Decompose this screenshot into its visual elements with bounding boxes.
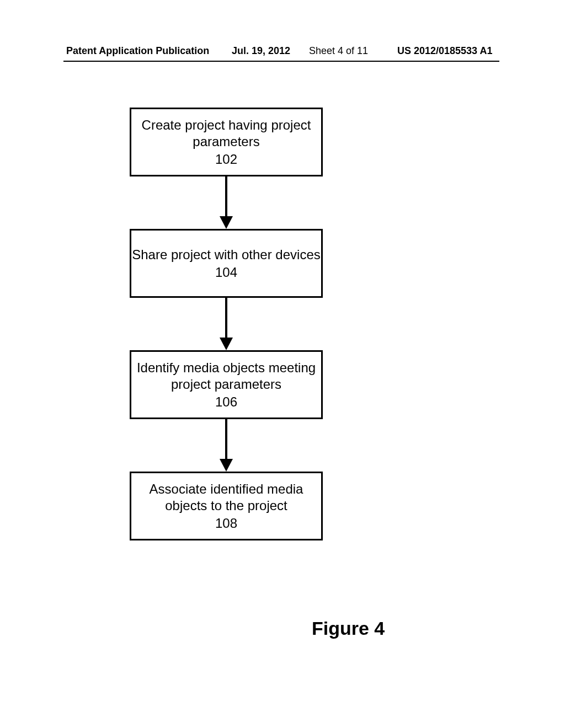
flow-step-ref: 104 — [215, 264, 237, 281]
arrow-down-icon — [218, 298, 234, 350]
flow-step-ref: 108 — [215, 515, 237, 532]
flow-step-102: Create project having project parameters… — [130, 108, 323, 176]
flow-arrow — [130, 419, 323, 472]
header-publication-type: Patent Application Publication — [66, 45, 209, 57]
svg-marker-5 — [220, 459, 233, 472]
flow-step-text: Identify media objects meeting project p… — [131, 360, 321, 393]
flow-step-106: Identify media objects meeting project p… — [130, 350, 323, 419]
arrow-down-icon — [218, 176, 234, 229]
header-sheet: Sheet 4 of 11 — [309, 45, 368, 57]
header-rule — [63, 61, 499, 62]
flow-arrow — [130, 176, 323, 229]
flow-step-text: Associate identified media objects to th… — [131, 481, 321, 514]
flow-step-108: Associate identified media objects to th… — [130, 472, 323, 540]
flow-step-ref: 102 — [215, 151, 237, 168]
flow-step-ref: 106 — [215, 394, 237, 410]
header-publication-number: US 2012/0185533 A1 — [397, 45, 492, 57]
figure-label: Figure 4 — [312, 618, 385, 639]
arrow-down-icon — [218, 419, 234, 472]
flowchart: Create project having project parameters… — [130, 108, 323, 540]
svg-marker-1 — [220, 216, 233, 229]
flow-arrow — [130, 298, 323, 350]
patent-figure-page: Patent Application Publication Jul. 19, … — [0, 0, 565, 728]
flow-step-text: Share project with other devices — [132, 247, 321, 263]
header-date: Jul. 19, 2012 — [232, 45, 290, 57]
flow-step-text: Create project having project parameters — [131, 117, 321, 150]
flow-step-104: Share project with other devices 104 — [130, 229, 323, 298]
svg-marker-3 — [220, 338, 233, 350]
